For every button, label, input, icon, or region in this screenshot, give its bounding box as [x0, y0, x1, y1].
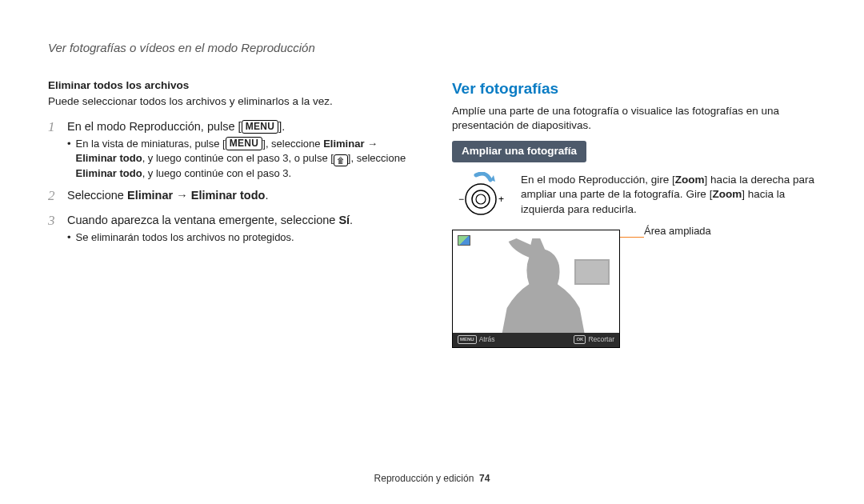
subhead-delete-all: Eliminar todos los archivos: [48, 78, 412, 93]
footer-back: MENU Atrás: [458, 335, 495, 344]
bold-si: Sí: [338, 214, 350, 226]
left-column: Eliminar todos los archivos Puede selecc…: [48, 78, 412, 347]
camera-screen: MENU Atrás OK Recortar: [452, 230, 620, 348]
screen-footer: MENU Atrás OK Recortar: [453, 333, 619, 347]
step-1: 1 En el modo Reproducción, pulse [MENU].…: [48, 119, 412, 181]
step1-text-b: ].: [278, 120, 285, 133]
step-number: 1: [48, 119, 59, 181]
callout-line: [620, 237, 644, 238]
footer-page-number: 74: [479, 473, 490, 484]
menu-mini-icon: MENU: [458, 335, 477, 344]
svg-text:−: −: [458, 194, 464, 205]
s2-c: .: [265, 189, 268, 202]
bold-eliminar-todo: Eliminar todo: [76, 152, 142, 164]
s1b-c: →: [364, 138, 378, 150]
page-header: Ver fotografías o vídeos en el modo Repr…: [48, 40, 816, 56]
s3-b: .: [350, 214, 353, 226]
step-number: 3: [48, 213, 59, 245]
svg-point-2: [472, 190, 490, 208]
step-2: 2 Seleccione Eliminar → Eliminar todo.: [48, 188, 412, 204]
s3-a: Cuando aparezca la ventana emergente, se…: [67, 214, 338, 226]
intro-text: Puede seleccionar todos los archivos y e…: [48, 94, 412, 109]
right-intro: Amplíe una parte de una fotografía o vis…: [452, 104, 816, 133]
bold-zoom-1: Zoom: [675, 174, 705, 186]
s1b-e: ], seleccione: [348, 152, 406, 164]
s2-b: →: [173, 189, 191, 202]
s1b-d: , y luego continúe con el paso 3, o puls…: [142, 152, 334, 164]
callout: Área ampliada: [626, 256, 711, 270]
s1b-a: En la vista de miniaturas, pulse [: [76, 138, 226, 150]
subsection-pill: Ampliar una fotografía: [452, 141, 586, 162]
step1-bullet: En la vista de miniaturas, pulse [MENU],…: [67, 137, 412, 180]
zoom-row: − + En el modo Reproducción, gire [Zoom]…: [452, 172, 816, 218]
s1b-f: , y luego continúe con el paso 3.: [142, 167, 291, 179]
step1-text-a: En el modo Reproducción, pulse [: [67, 120, 242, 133]
footer-section: Reproducción y edición: [374, 473, 474, 484]
step3-bullet: Se eliminarán todos los archivos no prot…: [67, 230, 412, 245]
zoom-instructions: En el modo Reproducción, gire [Zoom] hac…: [521, 173, 816, 217]
step-body: Seleccione Eliminar → Eliminar todo.: [67, 188, 412, 204]
footer-crop: OK Recortar: [574, 335, 614, 344]
thumbnail-icon: [458, 235, 470, 246]
bold-eliminar: Eliminar: [323, 138, 364, 150]
zoom-dial-icon: − +: [452, 172, 510, 218]
page-footer: Reproducción y edición 74: [0, 472, 864, 485]
svg-point-1: [466, 184, 496, 214]
bold-eliminar-todo-2: Eliminar todo: [76, 167, 142, 179]
step-3: 3 Cuando aparezca la ventana emergente, …: [48, 213, 412, 245]
menu-button-icon: MENU: [226, 137, 263, 150]
s2-a: Seleccione: [67, 189, 127, 202]
inset-area: [574, 259, 610, 285]
step-body: Cuando aparezca la ventana emergente, se…: [67, 213, 412, 245]
ok-mini-icon: OK: [574, 335, 586, 344]
menu-button-icon: MENU: [242, 120, 279, 134]
screen-example: MENU Atrás OK Recortar Área ampliada: [452, 230, 816, 348]
screen-body: [453, 230, 619, 333]
trash-icon: 🗑: [334, 154, 348, 166]
silhouette-icon: [485, 238, 619, 341]
footer-back-label: Atrás: [479, 335, 495, 344]
step-body: En el modo Reproducción, pulse [MENU]. E…: [67, 119, 412, 181]
s3-bullet-text: Se eliminarán todos los archivos no prot…: [76, 230, 294, 245]
callout-label: Área ampliada: [644, 224, 711, 238]
step-number: 2: [48, 188, 59, 204]
step-list: 1 En el modo Reproducción, pulse [MENU].…: [48, 119, 412, 245]
footer-crop-label: Recortar: [588, 335, 614, 344]
content-columns: Eliminar todos los archivos Puede selecc…: [48, 78, 816, 347]
zt-a: En el modo Reproducción, gire [: [521, 174, 675, 186]
svg-point-3: [476, 194, 486, 204]
right-column: Ver fotografías Amplíe una parte de una …: [452, 78, 816, 347]
s1b-b: ], seleccione: [262, 138, 323, 150]
svg-text:+: +: [498, 194, 504, 205]
bold-eliminar-step2: Eliminar: [127, 189, 173, 202]
bold-eliminar-todo-step2: Eliminar todo: [191, 189, 266, 202]
bold-zoom-2: Zoom: [712, 188, 742, 200]
section-title: Ver fotografías: [452, 78, 816, 99]
